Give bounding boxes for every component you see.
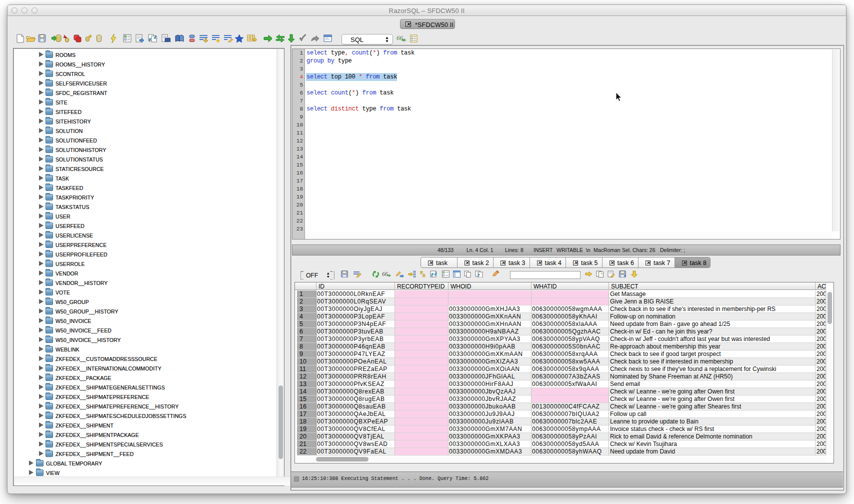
svg-text:66: 66 xyxy=(382,271,388,278)
